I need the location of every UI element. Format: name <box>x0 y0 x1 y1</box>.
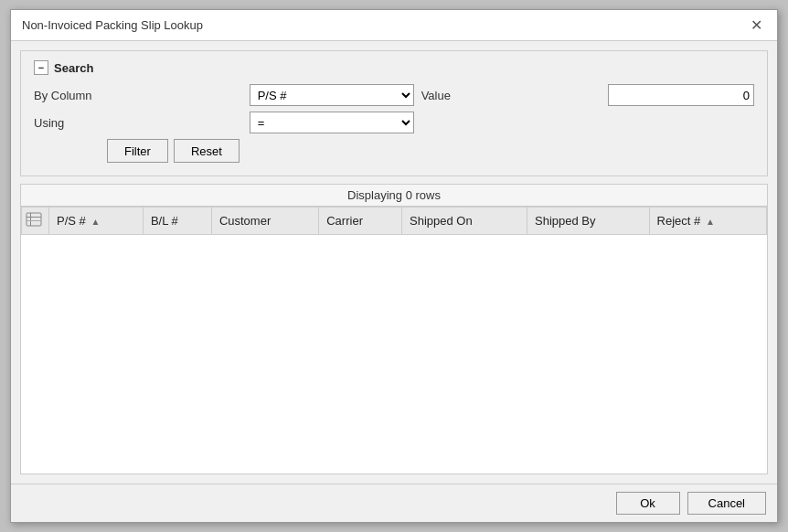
dialog-title: Non-Invoiced Packing Slip Lookup <box>22 18 203 32</box>
table-header-shipped-on[interactable]: Shipped On <box>401 207 527 235</box>
table-header-reject-num[interactable]: Reject # ▲ <box>649 207 766 235</box>
dialog-content: − Search By Column P/S # B/L # Customer … <box>11 41 777 484</box>
close-button[interactable]: ✕ <box>747 18 766 33</box>
table-header-carrier[interactable]: Carrier <box>319 207 402 235</box>
search-form: By Column P/S # B/L # Customer Carrier S… <box>34 84 754 133</box>
table-header-customer[interactable]: Customer <box>211 207 318 235</box>
title-bar: Non-Invoiced Packing Slip Lookup ✕ <box>11 10 777 41</box>
svg-rect-0 <box>27 213 41 226</box>
using-label: Using <box>34 116 242 130</box>
dialog-container: Non-Invoiced Packing Slip Lookup ✕ − Sea… <box>10 9 778 523</box>
table-header-bl-num[interactable]: B/L # <box>143 207 211 235</box>
reset-button[interactable]: Reset <box>174 139 240 163</box>
filter-button[interactable]: Filter <box>107 139 168 163</box>
by-column-select[interactable]: P/S # B/L # Customer Carrier Shipped On … <box>250 84 414 106</box>
svg-rect-3 <box>27 220 41 221</box>
table-status: Displaying 0 rows <box>21 185 767 207</box>
collapse-button[interactable]: − <box>34 60 48 75</box>
ok-button[interactable]: Ok <box>616 492 680 515</box>
cancel-button[interactable]: Cancel <box>687 492 766 515</box>
table-header-shipped-by[interactable]: Shipped By <box>527 207 650 235</box>
ps-sort-arrow: ▲ <box>91 217 100 227</box>
table-header-icon <box>22 207 49 235</box>
table-icon <box>26 211 42 228</box>
by-column-label: By Column <box>34 89 242 102</box>
search-section-header: − Search <box>34 60 754 75</box>
dialog-footer: Ok Cancel <box>11 484 777 522</box>
table-wrapper[interactable]: P/S # ▲ B/L # Customer Carrier <box>21 207 767 473</box>
value-input[interactable]: 0 <box>608 84 754 106</box>
table-header-ps-num[interactable]: P/S # ▲ <box>49 207 144 235</box>
search-section-title: Search <box>54 61 93 75</box>
table-section: Displaying 0 rows <box>20 184 768 474</box>
results-table: P/S # ▲ B/L # Customer Carrier <box>21 207 767 235</box>
svg-rect-1 <box>27 217 41 218</box>
value-label: Value <box>421 89 601 102</box>
reject-sort-arrow: ▲ <box>706 217 715 227</box>
using-select[interactable]: = < > <= >= <> <box>250 112 414 133</box>
table-header-row: P/S # ▲ B/L # Customer Carrier <box>22 207 767 235</box>
svg-rect-2 <box>30 213 31 226</box>
search-section: − Search By Column P/S # B/L # Customer … <box>20 50 768 176</box>
search-buttons: Filter Reset <box>107 139 754 163</box>
